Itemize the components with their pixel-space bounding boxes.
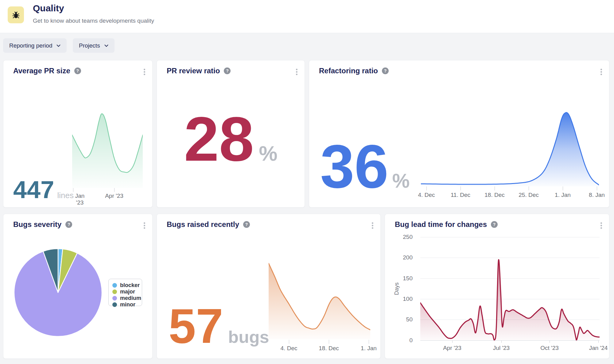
help-icon[interactable]: ? xyxy=(491,221,498,228)
legend-item-minor[interactable]: minor xyxy=(112,301,138,308)
x-axis-label: 1. Jan xyxy=(552,192,573,198)
y-axis-label: 200 xyxy=(394,254,413,261)
axis-tick xyxy=(597,186,597,190)
card-title: PR review ratio xyxy=(167,67,220,75)
kebab-menu-icon[interactable] xyxy=(295,68,298,76)
kebab-menu-icon[interactable] xyxy=(600,68,603,76)
card-average-pr-size: Average PR size ? Jan '23 Apr '23 447 li… xyxy=(3,60,153,208)
bug-icon xyxy=(8,6,24,23)
axis-tick xyxy=(452,340,453,343)
axis-tick xyxy=(495,186,495,190)
reporting-period-dropdown[interactable]: Reporting period xyxy=(3,38,67,53)
axis-tick xyxy=(289,340,289,344)
axis-tick xyxy=(426,186,427,190)
axis-tick xyxy=(598,340,599,343)
quality-dashboard: Quality Get to know about teams developm… xyxy=(0,0,614,364)
legend-dot xyxy=(112,296,117,301)
x-axis-label: Apr '23 xyxy=(105,193,123,199)
page-header: Quality Get to know about teams developm… xyxy=(0,0,614,33)
card-title: Bug lead time for changes xyxy=(395,220,487,229)
metric-value: 447 xyxy=(13,178,54,202)
axis-tick xyxy=(329,340,329,344)
legend-dot xyxy=(112,302,117,307)
page-title: Quality xyxy=(33,3,64,13)
x-axis-label: Jul '23 xyxy=(489,345,514,351)
legend-item-medium[interactable]: medium xyxy=(112,295,138,301)
y-axis-label: 50 xyxy=(394,316,413,323)
x-axis-label: 4. Dec xyxy=(277,345,301,352)
axis-tick xyxy=(460,186,461,190)
chevron-down-icon xyxy=(56,44,60,47)
kebab-menu-icon[interactable] xyxy=(143,221,146,230)
legend-label: medium xyxy=(120,295,141,301)
axis-tick xyxy=(529,186,529,190)
x-axis-label: Apr '23 xyxy=(440,345,464,351)
refactoring-area-chart[interactable] xyxy=(421,111,599,186)
kebab-menu-icon[interactable] xyxy=(143,68,146,76)
axis-tick xyxy=(501,340,502,343)
metric-value: 57 xyxy=(169,301,223,351)
card-title: Average PR size xyxy=(13,67,70,75)
card-refactoring-ratio: Refactoring ratio ? 4. Dec 11. Dec 18. D… xyxy=(309,60,609,208)
legend-item-blocker[interactable]: blocker xyxy=(112,282,138,289)
x-axis-label: 1. Jan xyxy=(356,345,381,352)
x-axis-label: 18. Dec xyxy=(484,192,505,198)
help-icon[interactable]: ? xyxy=(382,67,389,74)
reporting-period-label: Reporting period xyxy=(9,42,52,49)
card-title: Bugs raised recently xyxy=(167,220,239,229)
y-axis-label: 250 xyxy=(394,234,413,240)
metric-value: 36 xyxy=(320,136,388,197)
pie-legend: blocker major medium minor xyxy=(108,279,142,306)
x-axis-label: Oct '23 xyxy=(537,345,562,351)
legend-label: major xyxy=(120,289,135,295)
x-axis-label: Jan '24 xyxy=(586,345,611,351)
legend-dot xyxy=(112,289,117,294)
x-axis-label: 11. Dec xyxy=(450,192,471,198)
legend-label: blocker xyxy=(120,282,140,289)
legend-label: minor xyxy=(120,301,135,308)
bugs-severity-pie-chart[interactable] xyxy=(14,248,103,337)
kebab-menu-icon[interactable] xyxy=(600,221,603,230)
card-bug-lead-time: Bug lead time for changes ? 250 200 150 … xyxy=(385,214,609,359)
help-icon[interactable]: ? xyxy=(74,67,81,74)
x-axis-label: 4. Dec xyxy=(416,192,437,198)
help-icon[interactable]: ? xyxy=(224,67,231,74)
card-bugs-raised-recently: Bugs raised recently ? 4. Dec 18. Dec 1.… xyxy=(157,214,381,359)
card-bugs-severity: Bugs severity ? blocker major medium min… xyxy=(3,214,153,359)
help-icon[interactable]: ? xyxy=(243,221,250,228)
projects-label: Projects xyxy=(79,42,100,49)
legend-item-major[interactable]: major xyxy=(112,289,138,295)
metric-value: 28 xyxy=(184,107,254,170)
chevron-down-icon xyxy=(104,44,108,47)
x-axis-label: 8. Jan xyxy=(586,192,608,198)
metric-unit: % xyxy=(259,143,277,164)
x-axis-line xyxy=(420,340,600,341)
axis-tick xyxy=(114,188,115,192)
page-subtitle: Get to know about teams developments qua… xyxy=(33,17,154,24)
metric-unit: % xyxy=(392,171,410,191)
x-axis-label: 18. Dec xyxy=(317,345,341,352)
help-icon[interactable]: ? xyxy=(65,221,72,228)
metric-unit: lines xyxy=(57,191,73,199)
axis-tick xyxy=(563,186,563,190)
y-axis-title: Days xyxy=(394,277,400,301)
metric-unit: bugs xyxy=(228,328,269,346)
kebab-menu-icon[interactable] xyxy=(371,221,374,230)
card-pr-review-ratio: PR review ratio ? 28 % xyxy=(157,60,305,208)
projects-dropdown[interactable]: Projects xyxy=(73,38,115,53)
axis-tick xyxy=(369,340,369,344)
axis-tick xyxy=(550,340,550,343)
x-axis-label: 25. Dec xyxy=(518,192,539,198)
pr-size-area-chart[interactable] xyxy=(72,112,143,188)
bug-lead-time-line-chart[interactable] xyxy=(420,237,600,340)
y-axis-label: 0 xyxy=(394,337,413,344)
legend-dot xyxy=(112,283,117,288)
bugs-raised-area-chart[interactable] xyxy=(269,261,370,339)
card-title: Bugs severity xyxy=(13,220,61,229)
card-title: Refactoring ratio xyxy=(319,67,378,75)
